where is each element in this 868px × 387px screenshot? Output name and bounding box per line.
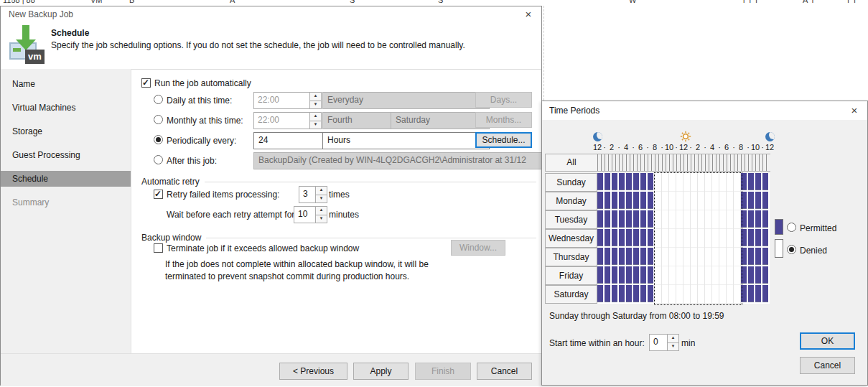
hour-cell-permitted[interactable] bbox=[755, 266, 762, 285]
periodically-radio[interactable] bbox=[154, 135, 163, 144]
hour-cell-permitted[interactable] bbox=[612, 192, 619, 210]
hour-cell-denied[interactable] bbox=[719, 248, 727, 266]
hour-cell-denied[interactable] bbox=[676, 192, 683, 210]
hour-cell-permitted[interactable] bbox=[748, 210, 755, 229]
schedule-button[interactable]: Schedule... bbox=[475, 132, 532, 148]
hour-cell-denied[interactable] bbox=[719, 210, 727, 229]
sidebar-item-virtual-machines[interactable]: Virtual Machines bbox=[1, 100, 131, 116]
hour-cell-denied[interactable] bbox=[719, 285, 727, 304]
hour-cell-permitted[interactable] bbox=[755, 285, 762, 304]
hour-cell-permitted[interactable] bbox=[640, 229, 648, 248]
hour-cell-denied[interactable] bbox=[655, 173, 662, 192]
hour-cell-denied[interactable] bbox=[655, 229, 662, 248]
hour-cell-permitted[interactable] bbox=[748, 266, 755, 285]
hour-cell-denied[interactable] bbox=[698, 248, 705, 266]
hour-cell-permitted[interactable] bbox=[762, 285, 770, 304]
hour-cell-denied[interactable] bbox=[712, 173, 719, 192]
hour-cell-permitted[interactable] bbox=[748, 248, 755, 266]
hour-cell-permitted[interactable] bbox=[597, 192, 605, 210]
hour-cell-denied[interactable] bbox=[705, 266, 712, 285]
hour-cell-denied[interactable] bbox=[691, 173, 698, 192]
hour-cell-denied[interactable] bbox=[734, 210, 741, 229]
hour-cell-denied[interactable] bbox=[727, 192, 734, 210]
hour-cell-permitted[interactable] bbox=[648, 266, 655, 285]
hour-cell-denied[interactable] bbox=[712, 192, 719, 210]
hour-cell-denied[interactable] bbox=[683, 266, 691, 285]
hour-cell-denied[interactable] bbox=[662, 229, 669, 248]
day-label-sunday[interactable]: Sunday bbox=[545, 173, 597, 192]
hour-cell-denied[interactable] bbox=[727, 285, 734, 304]
hour-cell-permitted[interactable] bbox=[762, 229, 770, 248]
start-time-spinner[interactable]: 0 ▲▼ bbox=[649, 334, 679, 351]
sidebar-item-summary[interactable]: Summary bbox=[1, 195, 131, 210]
denied-radio[interactable] bbox=[787, 245, 796, 254]
hour-cell-denied[interactable] bbox=[655, 210, 662, 229]
hour-cell-denied[interactable] bbox=[734, 248, 741, 266]
hour-cell-permitted[interactable] bbox=[741, 248, 748, 266]
hour-cell-denied[interactable] bbox=[683, 229, 691, 248]
hour-cell-denied[interactable] bbox=[727, 229, 734, 248]
hour-cell-denied[interactable] bbox=[669, 248, 676, 266]
periodic-unit-dropdown[interactable]: Hours bbox=[322, 132, 490, 149]
previous-button[interactable]: < Previous bbox=[279, 363, 347, 380]
sidebar-item-schedule[interactable]: Schedule bbox=[1, 171, 131, 187]
hour-cell-denied[interactable] bbox=[691, 266, 698, 285]
hour-cell-permitted[interactable] bbox=[626, 229, 633, 248]
day-label-wednesday[interactable]: Wednesday bbox=[545, 229, 597, 248]
hour-cell-denied[interactable] bbox=[662, 248, 669, 266]
hour-cell-permitted[interactable] bbox=[612, 210, 619, 229]
hour-cell-permitted[interactable] bbox=[633, 248, 640, 266]
hour-cell-denied[interactable] bbox=[712, 285, 719, 304]
hour-cell-permitted[interactable] bbox=[648, 173, 655, 192]
hour-cell-permitted[interactable] bbox=[612, 173, 619, 192]
hour-cell-denied[interactable] bbox=[734, 266, 741, 285]
hour-cell-permitted[interactable] bbox=[640, 210, 648, 229]
hour-cell-denied[interactable] bbox=[727, 266, 734, 285]
day-label-tuesday[interactable]: Tuesday bbox=[545, 210, 597, 229]
day-label-saturday[interactable]: Saturday bbox=[545, 285, 597, 304]
hour-cell-permitted[interactable] bbox=[633, 229, 640, 248]
wait-minutes-spinner[interactable]: 10 ▲▼ bbox=[294, 206, 327, 223]
hour-cell-denied[interactable] bbox=[712, 210, 719, 229]
hour-cell-denied[interactable] bbox=[683, 285, 691, 304]
hour-cell-permitted[interactable] bbox=[597, 210, 605, 229]
permitted-radio[interactable] bbox=[787, 223, 796, 232]
hour-cell-permitted[interactable] bbox=[648, 229, 655, 248]
after-job-radio[interactable] bbox=[154, 155, 163, 164]
hour-cell-permitted[interactable] bbox=[626, 173, 633, 192]
apply-button[interactable]: Apply bbox=[353, 363, 409, 380]
hour-cell-permitted[interactable] bbox=[605, 285, 612, 304]
hour-cell-denied[interactable] bbox=[698, 285, 705, 304]
hour-cell-denied[interactable] bbox=[712, 266, 719, 285]
hour-cell-permitted[interactable] bbox=[741, 210, 748, 229]
start-time-spin-buttons[interactable]: ▲▼ bbox=[667, 335, 678, 350]
hour-cell-denied[interactable] bbox=[669, 173, 676, 192]
hour-cell-denied[interactable] bbox=[676, 210, 683, 229]
hour-cell-permitted[interactable] bbox=[640, 173, 648, 192]
hour-cell-permitted[interactable] bbox=[741, 229, 748, 248]
monthly-time-spin-buttons[interactable]: ▲▼ bbox=[309, 113, 321, 129]
hour-cell-denied[interactable] bbox=[662, 285, 669, 304]
hour-cell-permitted[interactable] bbox=[597, 229, 605, 248]
hour-cell-denied[interactable] bbox=[719, 266, 727, 285]
hour-cell-permitted[interactable] bbox=[755, 210, 762, 229]
hour-cell-denied[interactable] bbox=[662, 173, 669, 192]
hour-cell-permitted[interactable] bbox=[640, 266, 648, 285]
hour-cell-permitted[interactable] bbox=[762, 210, 770, 229]
hour-cell-denied[interactable] bbox=[662, 192, 669, 210]
hour-cell-permitted[interactable] bbox=[633, 210, 640, 229]
hour-cell-permitted[interactable] bbox=[597, 248, 605, 266]
hour-cell-permitted[interactable] bbox=[741, 266, 748, 285]
hour-cell-denied[interactable] bbox=[662, 210, 669, 229]
hour-cell-permitted[interactable] bbox=[612, 285, 619, 304]
daily-radio[interactable] bbox=[154, 95, 163, 104]
hour-cell-denied[interactable] bbox=[691, 229, 698, 248]
hour-cell-permitted[interactable] bbox=[619, 266, 626, 285]
hour-cell-permitted[interactable] bbox=[619, 248, 626, 266]
day-label-all[interactable]: All bbox=[545, 154, 598, 172]
hour-cell-permitted[interactable] bbox=[633, 285, 640, 304]
wait-minutes-spin-buttons[interactable]: ▲▼ bbox=[315, 207, 327, 223]
hour-cell-denied[interactable] bbox=[734, 285, 741, 304]
hour-cell-denied[interactable] bbox=[669, 192, 676, 210]
hour-cell-permitted[interactable] bbox=[648, 285, 655, 304]
